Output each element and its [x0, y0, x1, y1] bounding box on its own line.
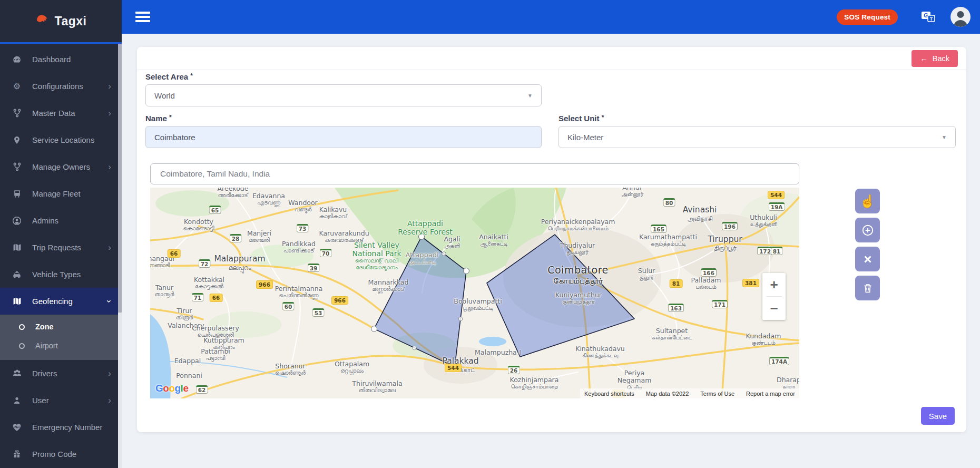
- sidebar-item-label: Manage Fleet: [32, 189, 81, 198]
- sidebar-item-master-data[interactable]: Master Data ›: [0, 100, 122, 126]
- add-polygon-tool-button[interactable]: [855, 218, 880, 242]
- dashboard-icon: [12, 54, 22, 65]
- heart-pulse-icon: [12, 422, 22, 433]
- report-map-error-link[interactable]: Report a map error: [746, 391, 795, 397]
- chevron-right-icon: ›: [108, 369, 111, 378]
- geofence-polygon[interactable]: [487, 235, 634, 357]
- polygon-midpoint-handle[interactable]: [458, 317, 463, 321]
- zoom-in-button[interactable]: +: [762, 273, 786, 296]
- polygon-vertex-handle[interactable]: [464, 268, 469, 274]
- polygon-midpoint-handle[interactable]: [396, 281, 400, 285]
- sidebar-item-geofencing[interactable]: Geofencing ›: [0, 288, 122, 315]
- polygon-midpoint-handle[interactable]: [442, 252, 446, 256]
- save-button[interactable]: Save: [921, 407, 955, 425]
- hamburger-menu-icon[interactable]: [135, 9, 150, 25]
- back-label: Back: [933, 54, 949, 63]
- polygon-vertex-handle[interactable]: [419, 234, 425, 240]
- card-header: ← Back: [137, 47, 966, 70]
- sidebar-item-label: Promo Code: [32, 450, 76, 459]
- google-logo[interactable]: Google: [155, 383, 188, 394]
- gift-icon: [12, 449, 22, 460]
- topbar: SOS Request GT: [122, 0, 980, 34]
- sidebar-scrollbar-thumb[interactable]: [118, 44, 122, 313]
- branch-icon: [12, 162, 22, 172]
- name-label: Name *: [145, 114, 172, 123]
- select-area-dropdown[interactable]: World ▼: [145, 84, 542, 106]
- zone-form-card: ← Back Select Area * World ▼ Name * Sele…: [137, 47, 966, 432]
- map-zoom-control: + −: [762, 273, 786, 320]
- sidebar-item-manage-owners[interactable]: Manage Owners ›: [0, 153, 122, 180]
- delete-tool-button[interactable]: [855, 276, 880, 300]
- sidebar-item-user[interactable]: User ›: [0, 387, 122, 414]
- back-button[interactable]: ← Back: [912, 50, 958, 67]
- map-search-input[interactable]: [150, 163, 799, 184]
- select-unit-value: Kilo-Meter: [567, 133, 603, 142]
- map-canvas[interactable]: Areekodeഅരീക്കോട്Edavannaഎടവണ്ണWandoorവണ…: [150, 188, 799, 398]
- sidebar-item-label: Dashboard: [32, 55, 71, 64]
- select-unit-dropdown[interactable]: Kilo-Meter ▼: [558, 126, 956, 148]
- chevron-right-icon: ›: [108, 162, 111, 171]
- map-icon: [12, 296, 22, 307]
- hand-icon: ☝: [860, 194, 876, 209]
- sidebar-item-trip-requests[interactable]: Trip Requests ›: [0, 234, 122, 261]
- radio-circle-icon: [19, 324, 25, 330]
- sidebar-item-dashboard[interactable]: Dashboard: [0, 46, 122, 73]
- sidebar-item-label: Drivers: [32, 369, 57, 378]
- chevron-right-icon: ›: [108, 396, 111, 405]
- sidebar-subitem-airport[interactable]: Airport: [0, 336, 122, 355]
- sidebar-item-label: Configurations: [32, 82, 83, 91]
- keyboard-shortcuts-link[interactable]: Keyboard shortcuts: [584, 391, 634, 397]
- sidebar-item-service-locations[interactable]: Service Locations: [0, 126, 122, 153]
- sidebar-item-label: Service Locations: [32, 135, 94, 144]
- sidebar-item-configurations[interactable]: ⚙ Configurations ›: [0, 73, 122, 100]
- polygon-vertex-handle[interactable]: [371, 326, 377, 332]
- zoom-out-button[interactable]: −: [762, 297, 786, 320]
- plus-circle-icon: [861, 223, 875, 237]
- chevron-down-icon: ›: [105, 300, 114, 303]
- sidebar-subitem-label: Airport: [35, 342, 58, 350]
- brand-logo-icon: [35, 13, 50, 30]
- sidebar-item-vehicle-types[interactable]: Vehicle Types: [0, 261, 122, 288]
- people-icon: [12, 368, 22, 379]
- pan-hand-tool-button[interactable]: ☝: [855, 189, 880, 213]
- sidebar-subitem-zone[interactable]: Zone: [0, 317, 122, 336]
- chevron-right-icon: ›: [108, 243, 111, 252]
- map-pin-icon: [12, 135, 22, 145]
- sidebar-subitem-label: Zone: [35, 323, 54, 331]
- required-mark: *: [602, 114, 604, 121]
- user-icon: [12, 395, 22, 406]
- sidebar-item-emergency-number[interactable]: Emergency Number: [0, 414, 122, 441]
- map-data-text: Map data ©2022: [646, 391, 689, 397]
- name-input[interactable]: [145, 126, 542, 148]
- map-tools: ☝: [855, 189, 880, 300]
- sidebar-item-admins[interactable]: Admins: [0, 207, 122, 234]
- chevron-right-icon: ›: [108, 82, 111, 91]
- sos-request-button[interactable]: SOS Request: [837, 9, 898, 25]
- sidebar-item-label: Vehicle Types: [32, 270, 81, 279]
- required-mark: *: [190, 72, 193, 80]
- taxi-icon: [12, 269, 22, 280]
- sidebar-item-drivers[interactable]: Drivers ›: [0, 360, 122, 387]
- chevron-right-icon: ›: [108, 109, 111, 118]
- brand[interactable]: Tagxi: [0, 0, 122, 42]
- sidebar-item-promo-code[interactable]: Promo Code: [0, 441, 122, 467]
- branch-icon: [12, 108, 22, 119]
- geofence-overlay[interactable]: [150, 188, 799, 398]
- geofence-polygon[interactable]: [374, 237, 466, 367]
- sidebar-item-manage-fleet[interactable]: Manage Fleet: [0, 180, 122, 207]
- sidebar-item-label: Master Data: [32, 109, 75, 118]
- polygon-vertex-handle[interactable]: [452, 364, 458, 370]
- sidebar-menu: Dashboard ⚙ Configurations › Master Data…: [0, 44, 122, 467]
- polygon-midpoint-handle[interactable]: [413, 346, 417, 350]
- bus-icon: [12, 189, 22, 199]
- select-area-label: Select Area *: [145, 72, 193, 81]
- terms-of-use-link[interactable]: Terms of Use: [700, 391, 734, 397]
- gear-icon: ⚙: [12, 81, 22, 92]
- brand-name: Tagxi: [55, 14, 87, 28]
- required-mark: *: [169, 114, 172, 121]
- translate-icon[interactable]: GT: [921, 11, 936, 23]
- sidebar-item-label: Manage Owners: [32, 162, 90, 171]
- admin-user-icon: [12, 216, 22, 226]
- avatar[interactable]: [950, 7, 971, 27]
- cancel-tool-button[interactable]: [855, 247, 880, 271]
